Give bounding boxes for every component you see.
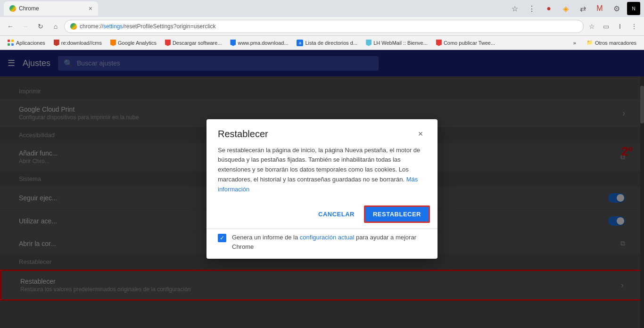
gmail-icon[interactable]: M: [593, 2, 606, 15]
reset-modal: Restablecer × Se restablecerán la página…: [206, 119, 438, 259]
address-bar: ← → ↻ ⌂ chrome://settings/resetProfileSe…: [0, 17, 644, 36]
browser-chrome: Chrome × ☆ ⋮ ● ◈ ⇄ M ⚙ N ← → ↻ ⌂ chrome:…: [0, 0, 644, 50]
modal-checkbox-text: Genera un informe de la configuración ac…: [232, 233, 426, 251]
modal-footer: CANCELAR RESTABLECER: [206, 202, 438, 229]
sync-icon[interactable]: ⇄: [576, 2, 589, 15]
home-button[interactable]: ⌂: [49, 20, 62, 33]
config-current-link[interactable]: configuración actual: [300, 234, 355, 241]
notion-icon[interactable]: N: [627, 2, 640, 15]
bookmark-lhwebmail[interactable]: LH WebMail :: Bienve...: [362, 38, 431, 48]
modal-header: Restablecer ×: [206, 119, 438, 146]
apps-icon: [8, 40, 14, 46]
bookmark-pma[interactable]: www.pma.download...: [226, 38, 292, 48]
bookmark-descargar-label: Descargar software...: [173, 40, 222, 46]
star-icon[interactable]: ☆: [508, 2, 521, 15]
modal-title: Restablecer: [218, 129, 268, 139]
user-icon[interactable]: I: [614, 20, 626, 33]
bookmark-redownload-label: re:download//cms: [61, 40, 102, 46]
bookmark-lista-label: Lista de directorios d...: [305, 40, 357, 46]
modal-body-text: Se restablecerán la página de inicio, la…: [218, 146, 426, 195]
settings-icon[interactable]: ⚙: [610, 2, 623, 15]
back-button[interactable]: ←: [4, 20, 17, 33]
chromecast-icon[interactable]: ▭: [600, 20, 612, 33]
browser-menu-icon[interactable]: ⋮: [525, 2, 538, 15]
cancel-button[interactable]: CANCELAR: [313, 207, 360, 221]
bookmarks-bar: Aplicaciones re:download//cms Google Ana…: [0, 36, 644, 50]
active-tab[interactable]: Chrome ×: [4, 1, 98, 16]
bookmark-aplicaciones-label: Aplicaciones: [16, 40, 45, 46]
bookmark-descargar-icon: [165, 40, 171, 46]
bookmark-redownload[interactable]: re:download//cms: [50, 38, 106, 48]
bookmark-analytics-label: Google Analytics: [118, 40, 157, 46]
rss-icon[interactable]: ◈: [559, 2, 572, 15]
modal-checkbox-row: ✓ Genera un informe de la configuración …: [206, 229, 438, 259]
bookmarks-folder-label: Otros marcadores: [595, 40, 636, 46]
browser-actions: ☆ ⋮ ● ◈ ⇄ M ⚙ N: [508, 2, 640, 15]
bookmarks-folder[interactable]: 📁 Otros marcadores: [583, 38, 640, 47]
forward-button[interactable]: →: [19, 20, 32, 33]
bookmark-redownload-icon: [54, 40, 59, 46]
bookmark-analytics-icon: [110, 40, 116, 46]
browser-settings-icon[interactable]: ⋮: [628, 20, 640, 33]
opera-icon[interactable]: ●: [542, 2, 555, 15]
bookmark-pma-label: www.pma.download...: [238, 40, 288, 46]
tab-label: Chrome: [19, 5, 39, 12]
bookmark-lhwebmail-label: LH WebMail :: Bienve...: [373, 40, 428, 46]
reset-button[interactable]: RESTABLECER: [364, 205, 430, 223]
url-bar[interactable]: chrome://settings/resetProfileSettings?o…: [64, 20, 584, 33]
modal-overlay: Restablecer × Se restablecerán la página…: [0, 50, 644, 328]
url-favicon: [70, 23, 77, 30]
bookmark-lista[interactable]: a Lista de directorios d...: [293, 38, 361, 48]
url-highlight: settings: [103, 23, 123, 30]
reload-button[interactable]: ↻: [34, 20, 47, 33]
bookmark-analytics[interactable]: Google Analytics: [107, 38, 160, 48]
bookmark-lista-icon: a: [297, 40, 303, 46]
bookmark-pma-icon: [230, 40, 236, 46]
bookmark-star-icon[interactable]: ☆: [586, 20, 598, 33]
bookmark-aplicaciones[interactable]: Aplicaciones: [4, 38, 49, 48]
url-text: chrome://settings/resetProfileSettings?o…: [80, 23, 578, 30]
bookmarks-more-button[interactable]: »: [570, 39, 580, 47]
tab-bar: Chrome × ☆ ⋮ ● ◈ ⇄ M ⚙ N: [0, 0, 644, 17]
bookmark-tweet[interactable]: Como publicar Twee...: [432, 38, 499, 48]
bookmark-lhwebmail-icon: [366, 40, 372, 46]
bookmark-tweet-label: Como publicar Twee...: [444, 40, 495, 46]
bookmark-descargar[interactable]: Descargar software...: [161, 38, 226, 48]
tab-close-button[interactable]: ×: [89, 5, 92, 12]
tab-favicon: [9, 5, 16, 12]
settings-page: ☰ Ajustes 🔍 Imprimir Google Cloud Print …: [0, 50, 644, 328]
report-checkbox[interactable]: ✓: [218, 234, 226, 242]
modal-close-button[interactable]: ×: [415, 129, 426, 140]
checkbox-check-icon: ✓: [220, 235, 224, 241]
url-path: /resetProfileSettings?origin=userclick: [123, 23, 215, 30]
url-scheme: chrome://: [80, 23, 103, 30]
modal-body: Se restablecerán la página de inicio, la…: [206, 146, 438, 202]
bookmark-tweet-icon: [436, 40, 442, 46]
